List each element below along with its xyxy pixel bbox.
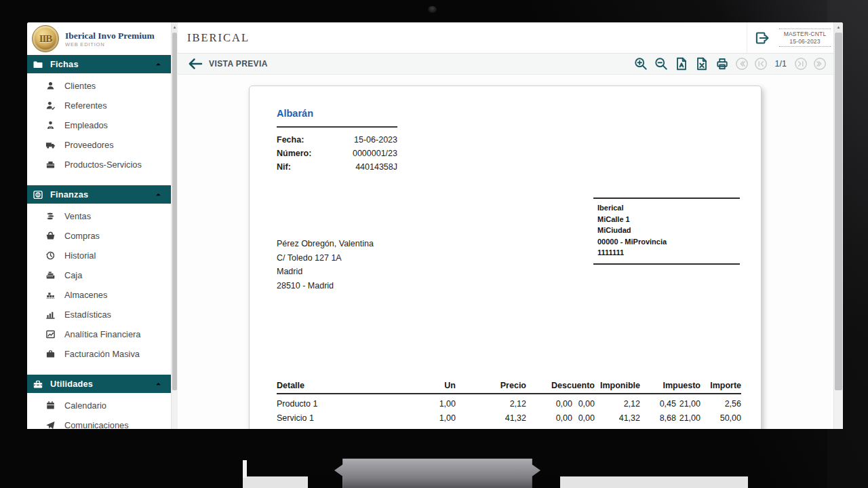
meta-label: Fecha: — [277, 135, 339, 145]
sidebar-item-caja[interactable]: Caja — [27, 265, 171, 285]
bar-chart-icon — [45, 309, 56, 320]
document-meta: Fecha:15-06-2023 Número:0000001/23 Nif:4… — [277, 133, 397, 174]
zoom-out-icon — [654, 57, 668, 71]
chevron-up-icon — [154, 379, 163, 388]
sidebar-item-productos-servicios[interactable]: Productos-Servicios — [27, 155, 171, 174]
cell-precio: 2,12 — [456, 394, 526, 409]
cell-impuesto2: 21,00 — [676, 409, 701, 423]
cell-detalle: Servicio 1 — [277, 409, 406, 423]
cell-imponible: 2,12 — [595, 394, 640, 409]
preview-tools: 1/1 — [633, 56, 827, 71]
basket-icon — [45, 231, 56, 241]
col-header-precio: Precio — [456, 378, 526, 394]
package-icon — [45, 159, 56, 170]
company-line: MiCalle 1 — [597, 214, 736, 225]
toolbox-icon — [33, 379, 43, 390]
session-info[interactable]: MASTER-CNTL 15-06-2023 — [779, 29, 831, 47]
customer-address-block: Pérez Obregón, Valentina C/ Toledo 127 1… — [277, 237, 374, 293]
sidebar-item-historial[interactable]: Historial — [27, 246, 171, 265]
utilidades-items: Calendario Comunicaciones — [27, 393, 171, 429]
cell-impuesto2: 21,00 — [676, 394, 701, 409]
session-user: MASTER-CNTL — [779, 31, 831, 38]
sidebar-section-fichas[interactable]: Fichas — [27, 55, 171, 73]
company-line: Iberical — [597, 202, 736, 214]
page-indicator: 1/1 — [775, 59, 787, 69]
sidebar-item-comunicaciones[interactable]: Comunicaciones — [27, 415, 171, 429]
brand-subtitle: WEB EDITION — [65, 41, 155, 48]
back-button[interactable] — [187, 56, 203, 72]
cell-impuesto1: 8,68 — [640, 409, 676, 423]
export-pdf-button[interactable] — [674, 56, 689, 71]
sidebar-scrollbar[interactable]: ▲ — [171, 22, 178, 429]
topbar-controls: MASTER-CNTL 15-06-2023 — [747, 22, 833, 53]
briefcase-icon — [45, 349, 56, 359]
document-title: Albarán — [277, 108, 313, 119]
zoom-in-button[interactable] — [633, 56, 648, 71]
warehouse-icon — [45, 290, 56, 300]
cell-descuento1: 0,00 — [526, 409, 572, 423]
last-page-button[interactable] — [794, 57, 808, 71]
cell-importe: 50,00 — [701, 409, 741, 423]
meta-label: Número: — [277, 149, 339, 158]
prev-page-fast-button[interactable] — [735, 57, 749, 71]
section-label: Finanzas — [50, 189, 88, 200]
col-header-un: Un — [406, 378, 456, 394]
pdf-file-icon — [675, 57, 688, 71]
cell-un: 1,00 — [406, 394, 456, 409]
meta-label: Nif: — [277, 162, 339, 172]
sidebar-item-facturacion-masiva[interactable]: Facturación Masiva — [27, 344, 171, 364]
col-header-impuesto: Impuesto — [640, 378, 701, 394]
sidebar-item-ventas[interactable]: Ventas — [27, 206, 171, 226]
export-excel-button[interactable] — [694, 56, 709, 71]
coin-frame-icon — [33, 189, 43, 200]
col-header-descuento: Descuento — [526, 378, 595, 394]
sidebar-section-finanzas[interactable]: Finanzas — [27, 185, 171, 204]
main-scrollbar[interactable]: ▲ — [833, 22, 843, 429]
company-address-box: Iberical MiCalle 1 MiCiudad 00000 - MiPr… — [593, 198, 740, 265]
sidebar-item-compras[interactable]: Compras — [27, 226, 171, 246]
person-badge-icon — [45, 120, 56, 130]
cell-detalle: Producto 1 — [277, 394, 406, 409]
document-page: Albarán Fecha:15-06-2023 Número:0000001/… — [249, 86, 762, 429]
logout-button[interactable] — [747, 22, 776, 53]
fichas-items: Clientes Referentes Empleados Proveedore… — [27, 73, 171, 179]
customer-line: 28510 - Madrid — [277, 279, 374, 293]
app-window: IIB Iberical Invo Premium WEB EDITION Fi… — [27, 22, 843, 429]
meta-value: 15-06-2023 — [339, 135, 397, 145]
brand-header: IIB Iberical Invo Premium WEB EDITION — [27, 22, 171, 55]
title-underline — [277, 126, 397, 128]
sidebar-item-almacenes[interactable]: Almacenes — [27, 285, 171, 305]
customer-line: Pérez Obregón, Valentina — [277, 237, 374, 251]
scrollbar-thumb[interactable] — [172, 33, 177, 390]
cell-impuesto1: 0,45 — [640, 394, 676, 409]
meta-value: 44014358J — [339, 162, 397, 172]
col-header-detalle: Detalle — [277, 378, 406, 394]
customer-line: C/ Toledo 127 1A — [277, 251, 374, 265]
scroll-up-icon[interactable]: ▲ — [172, 22, 178, 32]
cell-descuento1: 0,00 — [526, 394, 572, 409]
scroll-up-icon[interactable]: ▲ — [834, 22, 843, 32]
page-title: IBERICAL — [187, 31, 250, 45]
sidebar-item-empleados[interactable]: Empleados — [27, 115, 171, 135]
scrollbar-thumb[interactable] — [835, 33, 842, 390]
sidebar-item-estadisticas[interactable]: Estadísticas — [27, 305, 171, 324]
webcam-dot — [428, 6, 437, 13]
calendar-icon — [45, 400, 56, 411]
line-chart-icon — [45, 329, 56, 339]
finanzas-items: Ventas Compras Historial Caja Almacenes … — [27, 204, 171, 368]
print-button[interactable] — [715, 56, 730, 71]
next-page-fast-button[interactable] — [813, 57, 827, 71]
cell-un: 1,00 — [406, 409, 456, 423]
topbar: IBERICAL MASTER-CNTL 15-06-2023 — [178, 22, 833, 54]
chevron-up-icon — [154, 60, 163, 69]
col-header-importe: Importe — [701, 378, 741, 394]
sidebar-item-clientes[interactable]: Clientes — [27, 76, 171, 96]
sidebar-item-proveedores[interactable]: Proveedores — [27, 135, 171, 155]
preview-toolbar: VISTA PREVIA — [178, 54, 833, 75]
sidebar-item-calendario[interactable]: Calendario — [27, 396, 171, 415]
first-page-button[interactable] — [754, 57, 768, 71]
sidebar-section-utilidades[interactable]: Utilidades — [27, 375, 171, 393]
zoom-out-button[interactable] — [654, 56, 669, 71]
sidebar-item-analitica-financiera[interactable]: Analítica Financiera — [27, 324, 171, 344]
sidebar-item-referentes[interactable]: Referentes — [27, 96, 171, 115]
